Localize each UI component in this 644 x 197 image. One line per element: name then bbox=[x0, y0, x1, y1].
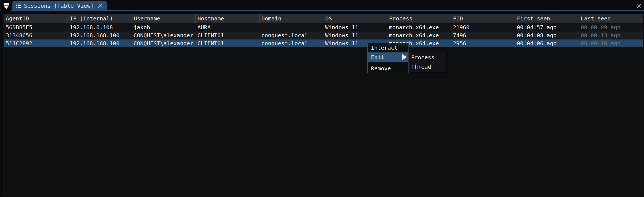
column-header-process[interactable]: Process bbox=[387, 14, 451, 23]
cell-hostname: AURA bbox=[196, 23, 260, 31]
cell-first-seen: 00:04:57 ago bbox=[515, 23, 579, 31]
cell-process: monarch.x64.exe bbox=[387, 23, 451, 31]
cell-agent-id: 56DBB5E5 bbox=[4, 23, 68, 31]
sessions-table-panel: AgentID IP (Internal) Username Hostname … bbox=[4, 14, 643, 196]
cell-ip: 192.168.168.100 bbox=[68, 31, 132, 39]
tab-title: Sessions [Table View] bbox=[24, 2, 94, 9]
menu-item-remove[interactable]: Remove bbox=[368, 64, 408, 73]
cell-last-seen: 00:00:10 ago bbox=[579, 39, 643, 47]
cell-hostname: CLIENT01 bbox=[196, 31, 260, 39]
window-close-icon[interactable] bbox=[635, 3, 642, 9]
filter-button[interactable] bbox=[1, 1, 11, 11]
menu-separator bbox=[368, 63, 408, 63]
cell-first-seen: 00:04:08 ago bbox=[515, 31, 579, 39]
cell-domain: conquest.local bbox=[259, 39, 323, 47]
table-row[interactable]: 511C2892192.168.168.100CONQUEST\alexande… bbox=[4, 39, 643, 47]
table-row[interactable]: 31348656192.168.168.100CONQUEST\alexande… bbox=[4, 31, 643, 39]
cell-os: Windows 11 bbox=[323, 31, 387, 39]
tab-close-icon[interactable] bbox=[97, 3, 103, 9]
tab-bar: Sessions [Table View] bbox=[0, 0, 644, 11]
column-header-first-seen[interactable]: First seen bbox=[515, 14, 579, 23]
cell-last-seen: 00:00:13 ago bbox=[579, 31, 643, 39]
sessions-table: AgentID IP (Internal) Username Hostname … bbox=[4, 14, 643, 47]
cell-pid: 2956 bbox=[451, 39, 515, 47]
tab-sessions-table-view[interactable]: Sessions [Table View] bbox=[12, 1, 107, 10]
cell-agent-id: 511C2892 bbox=[4, 39, 68, 47]
cell-os: Windows 11 bbox=[323, 23, 387, 31]
menu-item-label: Remove bbox=[371, 65, 391, 72]
table-header-row: AgentID IP (Internal) Username Hostname … bbox=[4, 14, 643, 23]
cell-username: CONQUEST\alexander bbox=[132, 31, 196, 39]
menu-item-label: Interact bbox=[371, 44, 397, 51]
column-header-pid[interactable]: PID bbox=[451, 14, 515, 23]
column-header-username[interactable]: Username bbox=[132, 14, 196, 23]
cell-pid: 7496 bbox=[451, 31, 515, 39]
table-body: 56DBB5E5192.168.0.108jakobAURAWindows 11… bbox=[4, 23, 643, 47]
cell-ip: 192.168.0.108 bbox=[68, 23, 132, 31]
cell-domain: conquest.local bbox=[259, 31, 323, 39]
menu-item-interact[interactable]: Interact bbox=[368, 43, 408, 52]
collapse-filter-icon bbox=[4, 3, 9, 9]
column-header-os[interactable]: OS bbox=[323, 14, 387, 23]
column-header-hostname[interactable]: Hostname bbox=[196, 14, 260, 23]
menu-item-exit[interactable]: Exit bbox=[368, 52, 408, 62]
cell-domain bbox=[259, 23, 323, 31]
column-header-ip[interactable]: IP (Internal) bbox=[68, 14, 132, 23]
submenu-item-process[interactable]: Process bbox=[408, 53, 446, 62]
column-header-agentid[interactable]: AgentID bbox=[4, 14, 68, 23]
cell-pid: 21960 bbox=[451, 23, 515, 31]
context-menu: InteractExitRemove bbox=[367, 43, 409, 73]
cell-process: monarch.x64.exe bbox=[387, 31, 451, 39]
cell-ip: 192.168.168.100 bbox=[68, 39, 132, 47]
table-view-icon bbox=[16, 4, 21, 8]
exit-submenu: ProcessThread bbox=[408, 52, 446, 72]
cell-agent-id: 31348656 bbox=[4, 31, 68, 39]
menu-item-label: Exit bbox=[371, 54, 384, 60]
cell-first-seen: 00:04:06 ago bbox=[515, 39, 579, 47]
column-header-domain[interactable]: Domain bbox=[259, 14, 323, 23]
cell-last-seen: 00:00:09 ago bbox=[579, 23, 643, 31]
column-header-last-seen[interactable]: Last seen bbox=[579, 14, 643, 23]
submenu-arrow-icon bbox=[402, 54, 407, 60]
table-row[interactable]: 56DBB5E5192.168.0.108jakobAURAWindows 11… bbox=[4, 23, 643, 31]
cell-username: jakob bbox=[132, 23, 196, 31]
submenu-item-thread[interactable]: Thread bbox=[408, 62, 446, 71]
cell-username: CONQUEST\alexander bbox=[132, 39, 196, 47]
cell-hostname: CLIENT01 bbox=[196, 39, 260, 47]
